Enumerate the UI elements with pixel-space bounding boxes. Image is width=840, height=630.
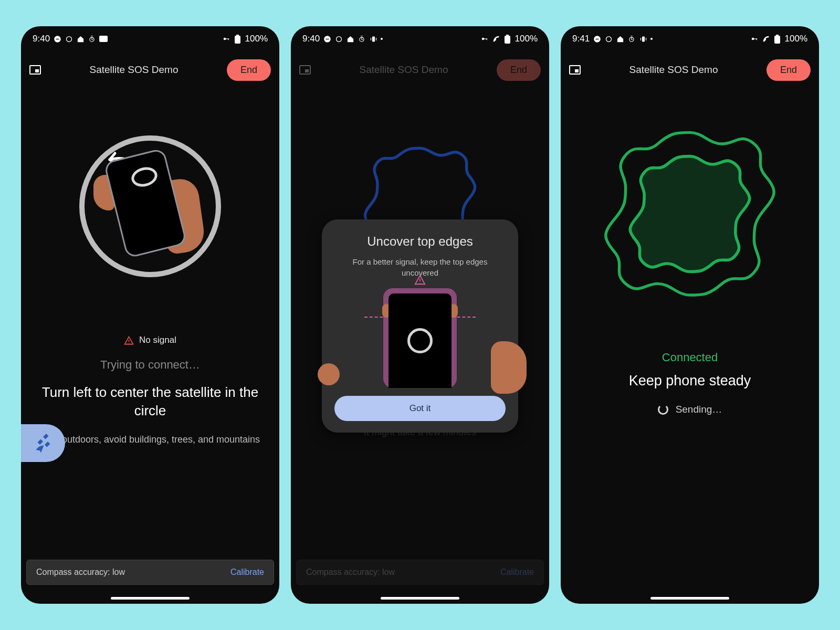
svg-point-2 xyxy=(66,36,71,41)
compass-label: Compass accuracy: low xyxy=(36,568,125,577)
connected-label: Connected xyxy=(662,351,718,364)
no-signal-row: No signal xyxy=(124,335,176,345)
battery-text: 100% xyxy=(245,34,268,44)
svg-rect-28 xyxy=(774,36,780,44)
compass-accuracy-bar: Compass accuracy: low Calibrate xyxy=(296,560,544,585)
dnd-icon xyxy=(53,35,61,43)
end-button[interactable]: End xyxy=(766,59,811,81)
svg-rect-4 xyxy=(99,36,108,42)
steady-text: Keep phone steady xyxy=(629,373,751,389)
phone-screen-2: 9:40 100% Satellite SOS Demo End Stay ou… xyxy=(291,26,549,604)
sending-text: Sending… xyxy=(676,404,722,415)
svg-rect-8 xyxy=(235,36,240,44)
calibrate-link[interactable]: Calibrate xyxy=(230,568,264,577)
dialog-illustration xyxy=(334,286,506,391)
pip-icon[interactable] xyxy=(29,65,41,75)
svg-point-25 xyxy=(751,38,754,40)
clock: 9:41 xyxy=(572,34,590,44)
battery-text: 100% xyxy=(785,34,807,44)
location-icon xyxy=(334,35,343,43)
nav-pill[interactable] xyxy=(381,597,459,600)
screen3-content: Connected Keep phone steady Sending… xyxy=(561,88,819,604)
svg-point-5 xyxy=(223,38,226,40)
page-title: Satellite SOS Demo xyxy=(587,64,760,76)
pip-icon[interactable] xyxy=(299,65,311,75)
sending-row: Sending… xyxy=(658,404,722,415)
dnd-icon xyxy=(593,35,601,43)
app-bar: Satellite SOS Demo End xyxy=(21,51,279,88)
app-bar: Satellite SOS Demo End xyxy=(291,51,549,88)
satellite-peek-icon xyxy=(21,424,65,462)
battery-icon xyxy=(773,35,782,43)
svg-rect-18 xyxy=(505,36,510,44)
warning-triangle-icon xyxy=(414,274,426,286)
end-button[interactable]: End xyxy=(497,59,541,81)
svg-rect-27 xyxy=(756,38,757,40)
vpn-key-icon xyxy=(750,35,759,43)
vibrate-icon xyxy=(369,35,377,43)
vpn-key-icon xyxy=(222,35,230,43)
no-signal-text: No signal xyxy=(139,335,176,345)
svg-rect-19 xyxy=(506,35,509,36)
got-it-button[interactable]: Got it xyxy=(334,396,506,421)
calibrate-link[interactable]: Calibrate xyxy=(500,568,534,577)
status-bar: 9:41 100% xyxy=(561,26,819,51)
vpn-key-icon xyxy=(480,35,489,43)
home-icon xyxy=(616,35,624,43)
battery-icon xyxy=(234,35,242,43)
svg-rect-1 xyxy=(56,38,59,39)
phone-screen-3: 9:41 100% Satellite SOS Demo End xyxy=(561,26,819,604)
svg-rect-29 xyxy=(776,35,779,36)
page-title: Satellite SOS Demo xyxy=(317,64,490,76)
badge-icon xyxy=(99,35,108,43)
stopwatch-icon xyxy=(88,35,96,43)
hand-phone-illustration xyxy=(108,154,192,259)
nav-pill[interactable] xyxy=(111,597,190,600)
battery-text: 100% xyxy=(515,34,538,44)
uncover-edges-dialog: Uncover top edges For a better signal, k… xyxy=(322,219,518,433)
screen1-content: No signal Trying to connect… Turn left t… xyxy=(21,88,279,604)
spinner-icon xyxy=(658,404,668,415)
compass-label: Compass accuracy: low xyxy=(306,568,395,577)
app-bar: Satellite SOS Demo End xyxy=(561,51,819,88)
aiming-circle xyxy=(79,135,221,277)
battery-icon xyxy=(503,35,512,43)
compass-accuracy-bar: Compass accuracy: low Calibrate xyxy=(26,560,274,585)
connection-rings xyxy=(595,125,784,314)
satellite-signal-icon xyxy=(492,35,500,43)
warning-triangle-icon xyxy=(124,335,134,345)
svg-point-15 xyxy=(481,38,484,40)
home-icon xyxy=(76,35,85,43)
svg-point-22 xyxy=(606,36,611,41)
phone-screen-1: 9:40 100% Satellite SOS Demo End xyxy=(21,26,279,604)
svg-rect-11 xyxy=(326,38,329,39)
svg-rect-9 xyxy=(236,35,239,36)
clock: 9:40 xyxy=(33,34,50,44)
stopwatch-icon xyxy=(627,35,636,43)
home-icon xyxy=(346,35,354,43)
instruction-text: Turn left to center the satellite in the… xyxy=(21,383,279,420)
location-icon xyxy=(65,35,73,43)
page-title: Satellite SOS Demo xyxy=(47,64,220,76)
svg-rect-24 xyxy=(642,36,645,41)
status-bar: 9:40 100% xyxy=(291,26,549,51)
vibrate-icon xyxy=(639,35,647,43)
end-button[interactable]: End xyxy=(227,59,271,81)
pip-icon[interactable] xyxy=(569,65,581,75)
svg-rect-21 xyxy=(595,38,598,39)
dialog-title: Uncover top edges xyxy=(334,234,506,249)
svg-rect-7 xyxy=(228,38,228,40)
nav-pill[interactable] xyxy=(650,597,729,600)
satellite-signal-icon xyxy=(762,35,770,43)
connecting-text: Trying to connect… xyxy=(100,358,200,372)
location-icon xyxy=(604,35,613,43)
svg-rect-17 xyxy=(486,38,487,40)
stopwatch-icon xyxy=(358,35,366,43)
overflow-dot-icon xyxy=(381,38,383,40)
status-bar: 9:40 100% xyxy=(21,26,279,51)
overflow-dot-icon xyxy=(650,38,653,40)
svg-rect-14 xyxy=(372,36,375,41)
dnd-icon xyxy=(323,35,331,43)
clock: 9:40 xyxy=(302,34,320,44)
svg-point-12 xyxy=(336,36,341,41)
